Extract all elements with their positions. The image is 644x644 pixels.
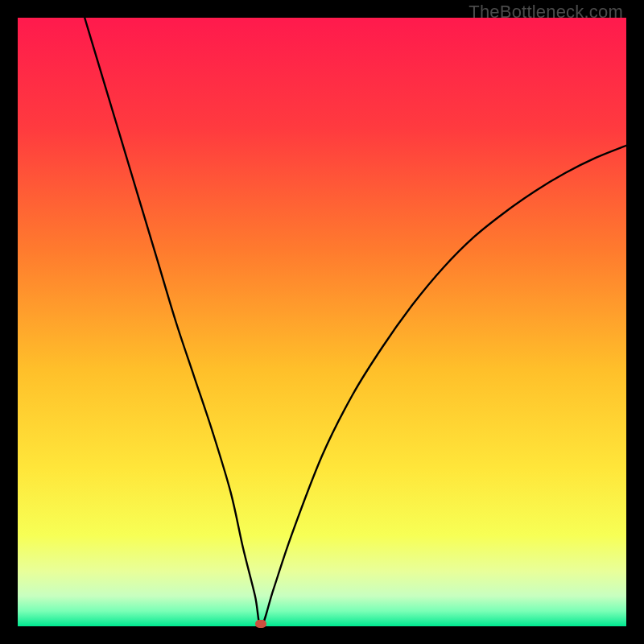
watermark-text: TheBottleneck.com bbox=[469, 2, 623, 23]
minimum-marker bbox=[255, 620, 266, 628]
chart-frame: TheBottleneck.com bbox=[0, 0, 644, 644]
bottleneck-curve bbox=[18, 18, 626, 626]
plot-area bbox=[18, 18, 626, 626]
